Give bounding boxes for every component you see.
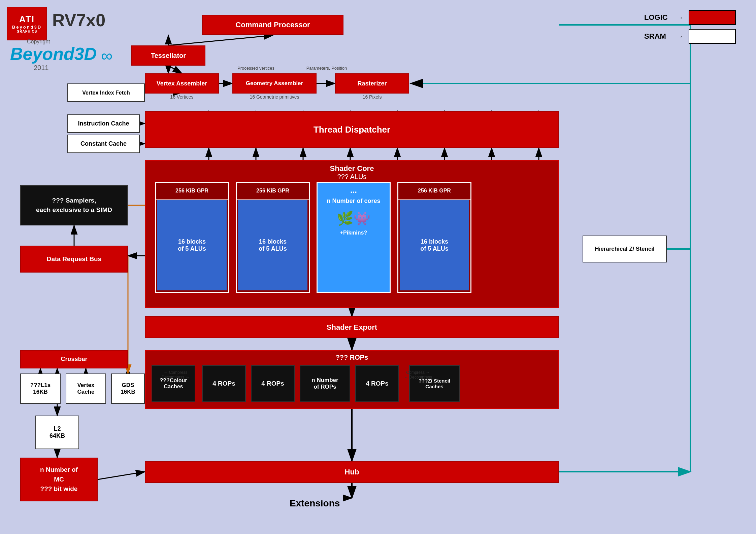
simd4-gpr-label: 256 KiB GPR [398, 183, 470, 200]
gds-label: GDS 16KB [121, 382, 135, 395]
rop-2-label: 4 ROPs [261, 380, 284, 387]
graphics-text: GRAPHICS [17, 30, 37, 33]
geometry-assembler-block: Geometry Assembler [232, 73, 317, 94]
geo-primitives-sublabel: 16 Geometric primitives [232, 94, 317, 100]
extensions-text: Extensions [290, 498, 340, 508]
l2-block: L2 64KB [35, 416, 79, 449]
compress-right-text1: Compress → [404, 370, 432, 375]
constant-cache-block: Constant Cache [67, 135, 140, 153]
radeon-text: Beyond3D [12, 25, 42, 30]
rop-2-block: 4 ROPs [251, 365, 295, 402]
vertex-assembler-label: Vertex Assembler [157, 80, 207, 87]
compress-right-label: Compress → ← Decompress [404, 370, 432, 380]
tessellator-label: Tessellator [151, 52, 186, 60]
logic-label: LOGIC [644, 13, 671, 22]
legend-logic: LOGIC → [644, 10, 736, 25]
sram-label: SRAM [644, 32, 671, 41]
pikmin-icons: 🌿👾 [318, 207, 390, 230]
params-position-label: Parameters, Position [290, 66, 364, 71]
simd-core-2: 256 KiB GPR 16 blocks of 5 ALUs [236, 182, 310, 293]
mc-block: n Number of MC ??? bit wide [20, 458, 98, 501]
rop-3-label: 4 ROPs [366, 380, 389, 387]
processed-vertices-label: Processed vertices [222, 66, 290, 71]
simd4-alus-label: 16 blocks of 5 ALUs [400, 200, 469, 290]
year-label: 2011 [34, 64, 49, 72]
instruction-cache-block: Instruction Cache [67, 114, 140, 133]
samplers-block: ??? Samplers, each exclusive to a SIMD [20, 185, 128, 225]
extensions-label: Extensions [290, 498, 340, 509]
hub-block: Hub [145, 461, 559, 483]
data-request-bus-block: Data Request Bus [20, 246, 128, 273]
simd-core-special: ... n Number of cores 🌿👾 +Pikmins? [317, 182, 391, 293]
crossbar-label: Crossbar [61, 356, 87, 363]
vertices-sublabel: 16 Vertices [145, 94, 219, 100]
sram-arrow: → [677, 33, 683, 40]
zstencil-caches-label: ???Z/ Stencil Caches [419, 378, 450, 389]
rop-n-block: n Number of ROPs [300, 365, 350, 402]
svg-line-11 [168, 66, 182, 73]
logic-arrow: → [677, 14, 683, 22]
compress-left-text2: Decompress → [162, 375, 190, 380]
command-processor-block: Command Processor [202, 15, 343, 35]
simd-n-cores-label: n Number of cores [318, 195, 390, 207]
ati-text: ATI [19, 14, 35, 25]
hub-label: Hub [345, 468, 359, 476]
pixels-sublabel: 16 Pixels [335, 94, 409, 100]
sram-color-box [689, 29, 736, 44]
hierarchical-zstencil-block: Hierarchical Z/ Stencil [583, 236, 667, 262]
crossbar-block: Crossbar [20, 350, 128, 368]
svg-line-57 [168, 35, 273, 45]
rasterizer-label: Rasterizer [357, 80, 387, 87]
legend: LOGIC → SRAM → [644, 10, 736, 44]
simd1-gpr-label: 256 KiB GPR [156, 183, 228, 200]
thread-dispatcher-label: Thread Dispatcher [314, 124, 390, 135]
instruction-cache-label: Instruction Cache [78, 120, 129, 127]
shader-core-subtitle: ??? ALUs [146, 173, 558, 181]
data-request-bus-label: Data Request Bus [47, 255, 102, 263]
command-processor-label: Command Processor [235, 21, 310, 29]
rasterizer-block: Rasterizer [335, 73, 409, 94]
compress-right-text2: ← Decompress [404, 375, 432, 380]
infinity-icon: ∞ [101, 46, 112, 65]
vertex-cache-block: Vertex Cache [66, 373, 106, 404]
shader-export-block: Shader Export [145, 316, 559, 338]
simd1-alus-label: 16 blocks of 5 ALUs [157, 200, 227, 290]
rops-title: ??? ROPs [146, 351, 558, 361]
samplers-label: ??? Samplers, each exclusive to a SIMD [36, 196, 112, 215]
tessellator-block: Tessellator [131, 45, 205, 66]
thread-dispatcher-block: Thread Dispatcher [145, 111, 559, 148]
l1s-block: ???L1s 16KB [20, 373, 61, 404]
l1s-label: ???L1s 16KB [30, 382, 51, 395]
logic-color-box [689, 10, 736, 25]
simd-dots: ... [318, 183, 390, 195]
mc-label: n Number of MC ??? bit wide [40, 465, 78, 494]
constant-cache-label: Constant Cache [80, 140, 127, 147]
simd-core-4: 256 KiB GPR 16 blocks of 5 ALUs [397, 182, 471, 293]
hier-zstencil-label: Hierarchical Z/ Stencil [595, 246, 655, 252]
vertex-index-fetch-label: Vertex Index Fetch [82, 90, 130, 96]
beyond3d-brand: Beyond3D [10, 44, 97, 64]
rop-n-label: n Number of ROPs [311, 377, 338, 390]
geometry-assembler-label: Geometry Assembler [246, 80, 303, 87]
rop-3-block: 4 ROPs [355, 365, 399, 402]
vertex-index-fetch-block: Vertex Index Fetch [67, 83, 145, 102]
shader-export-label: Shader Export [327, 323, 377, 332]
vertex-cache-label: Vertex Cache [77, 382, 94, 395]
vertex-assembler-block: Vertex Assembler [145, 73, 219, 94]
svg-line-52 [98, 472, 145, 479]
page-title: RV7x0 [52, 10, 105, 30]
shader-core-title: Shader Core [146, 161, 558, 173]
legend-sram: SRAM → [644, 29, 736, 44]
l2-label: L2 64KB [50, 425, 65, 439]
pikmins-label: +Pikmins? [318, 230, 390, 236]
compress-left-text1: ← Compress [162, 370, 190, 375]
rop-1-block: 4 ROPs [202, 365, 246, 402]
rop-1-label: 4 ROPs [212, 380, 235, 387]
simd2-alus-label: 16 blocks of 5 ALUs [238, 200, 307, 290]
simd-core-1: 256 KiB GPR 16 blocks of 5 ALUs [155, 182, 229, 293]
simd2-gpr-label: 256 KiB GPR [237, 183, 309, 200]
gds-block: GDS 16KB [111, 373, 145, 404]
compress-left-label: ← Compress Decompress → [162, 370, 190, 380]
ati-logo: ATI Beyond3D GRAPHICS [7, 7, 47, 40]
